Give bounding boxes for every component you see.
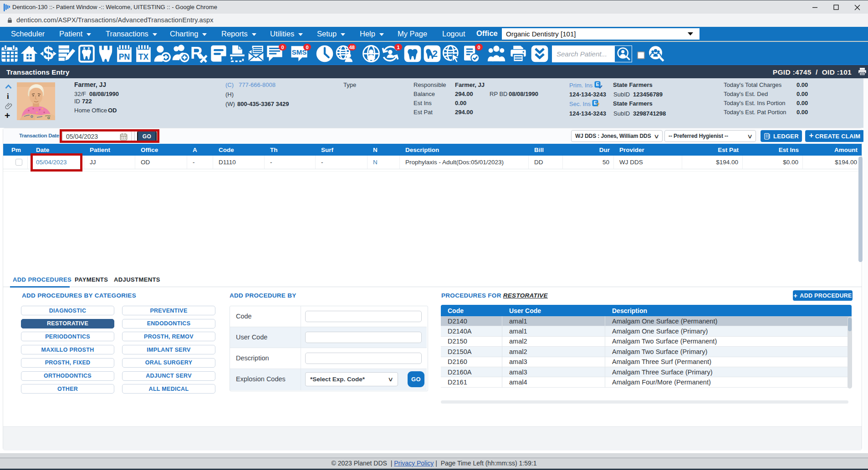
category-button-restorative[interactable]: RESTORATIVE <box>21 319 114 328</box>
user-code-input[interactable] <box>305 332 422 343</box>
category-button-periodontics[interactable]: PERIODONTICS <box>21 332 114 341</box>
category-button-endodontics[interactable]: ENDODONTICS <box>122 319 215 328</box>
print-icon[interactable] <box>509 45 527 63</box>
explosion-go-button[interactable]: GO <box>408 371 424 387</box>
procedure-row-d2160a[interactable]: D2160Aamal3Amalgam Three Surface (Primar… <box>441 367 852 377</box>
procedures-scrollbar[interactable] <box>848 317 852 389</box>
tab-payments[interactable]: PAYMENTS <box>75 276 108 283</box>
prescription-icon[interactable] <box>190 45 209 63</box>
description-input[interactable] <box>305 353 422 364</box>
category-button-implant-serv[interactable]: IMPLANT SERV <box>122 345 215 354</box>
code-input[interactable] <box>305 311 422 322</box>
sec-ins-eligibility-icon[interactable]: ? <box>592 100 599 107</box>
minimize-button[interactable] <box>805 0 826 14</box>
note-icon[interactable] <box>209 45 228 63</box>
category-button-preventive[interactable]: PREVENTIVE <box>122 306 215 315</box>
phone-cell-number[interactable]: 777-666-8008 <box>239 81 276 88</box>
patient-search-input[interactable] <box>552 46 615 62</box>
collapse-toolbar-icon[interactable] <box>531 45 549 63</box>
menu-item-scheduler[interactable]: Scheduler <box>11 27 45 41</box>
prim-ins-link[interactable]: Prim. Ins <box>569 82 592 89</box>
procedure-row-d2150a[interactable]: D2150Aamal2Amalgam Two Surface (Primary) <box>441 347 852 357</box>
sec-ins-link[interactable]: Sec. Ins <box>569 101 591 107</box>
progress-notes-icon[interactable] <box>115 45 133 63</box>
transactions-table-row[interactable]: 05/04/2023JJOD-D1110--NProphylaxis - Adu… <box>3 156 862 169</box>
payment-transfer-icon[interactable] <box>39 45 57 63</box>
time-clock-icon[interactable] <box>316 45 334 63</box>
family-icon[interactable] <box>487 45 505 63</box>
menu-item-reports[interactable]: Reports <box>221 27 256 41</box>
procedure-row-d2160[interactable]: D2160amal3Amalgam Three Surf (Permanent) <box>441 357 852 367</box>
procedure-row-d2140[interactable]: D2140amal1Amalgam One Surface (Permanent… <box>441 316 852 326</box>
tab-add-procedures[interactable]: ADD PROCEDURES <box>13 276 71 283</box>
prim-ins-eligibility-icon[interactable] <box>594 81 602 88</box>
online-profile-icon[interactable] <box>362 45 380 63</box>
category-button-oral-surgery[interactable]: ORAL SURGERY <box>122 358 215 368</box>
menu-item-transactions[interactable]: Transactions <box>106 27 157 41</box>
sms-icon[interactable]: 0 <box>290 45 308 63</box>
transactions-scrollbar-thumb[interactable] <box>858 157 863 262</box>
row-checkbox[interactable] <box>15 159 22 166</box>
menu-item-patient[interactable]: Patient <box>59 27 91 41</box>
hygienist-select[interactable]: -- Preferred Hygienist -- ∨ <box>664 130 756 142</box>
perio-chart-icon[interactable] <box>97 45 115 63</box>
browser-url-bar[interactable]: denticon.com/ASPX/Transactions/AdvancedT… <box>0 14 868 27</box>
maximize-button[interactable] <box>826 0 847 14</box>
treatment-plan-icon[interactable] <box>134 45 153 63</box>
category-button-adjunct-serv[interactable]: ADJUNCT SERV <box>122 371 215 381</box>
patient-sync-icon[interactable]: 1 <box>381 45 399 63</box>
mail-document-icon[interactable] <box>247 45 265 63</box>
menu-item-logout[interactable]: Logout <box>442 27 465 41</box>
web-click-icon[interactable] <box>442 45 460 63</box>
office-select[interactable]: Organic Dentistry [101] <box>502 28 700 40</box>
patient-photo[interactable] <box>17 82 55 120</box>
calendar-icon[interactable] <box>0 45 19 63</box>
search-all-offices-checkbox[interactable] <box>637 51 645 59</box>
tooth-secondary-icon[interactable] <box>423 45 441 63</box>
provider-select[interactable]: WJ DDS : Jones, William DDS ∨ <box>571 130 663 142</box>
web-patient-icon[interactable]: 48 <box>335 45 353 63</box>
category-button-maxillo-prosth[interactable]: MAXILLO PROSTH <box>21 345 114 354</box>
add-procedure-button[interactable]: + ADD PROCEDURE <box>793 290 853 301</box>
procedure-row-d2150[interactable]: D2150amal2Amalgam Two Surface (Permanent… <box>441 337 852 347</box>
menu-item-my-page[interactable]: My Page <box>398 27 427 41</box>
tooth-primary-icon[interactable] <box>403 45 422 63</box>
create-claim-button[interactable]: + CREATE CLAIM <box>805 130 864 142</box>
chart-edit-icon[interactable] <box>58 45 76 63</box>
category-button-prosth-fixed[interactable]: PROSTH, FIXED <box>21 358 114 368</box>
attachments-icon[interactable] <box>5 102 13 110</box>
patient-search-button[interactable] <box>615 46 632 62</box>
category-button-all-medical[interactable]: ALL MEDICAL <box>122 384 215 394</box>
category-button-diagnostic[interactable]: DIAGNOSTIC <box>21 306 114 315</box>
category-button-prosth-remov[interactable]: PROSTH, REMOV <box>122 332 215 341</box>
menu-item-charting[interactable]: Charting <box>170 27 207 41</box>
category-button-orthodontics[interactable]: ORTHODONTICS <box>21 371 114 381</box>
ledger-button[interactable]: LEDGER <box>761 130 802 142</box>
collapse-patient-icon[interactable] <box>5 84 12 89</box>
close-button[interactable] <box>847 0 868 14</box>
chat-icon[interactable]: 0 <box>266 45 284 63</box>
procedure-row-d2140a[interactable]: D2140Aamal1Amalgam One Surface (Primary) <box>441 326 852 336</box>
scan-document-icon[interactable] <box>228 45 246 63</box>
procedures-horizontal-scrollbar[interactable] <box>441 400 848 404</box>
procedures-scrollbar-thumb[interactable] <box>848 318 852 331</box>
privacy-policy-link[interactable]: Privacy Policy <box>394 460 434 467</box>
print-page-icon[interactable] <box>858 67 867 76</box>
tab-adjustments[interactable]: ADJUSTMENTS <box>114 276 160 283</box>
tooth-chart-icon[interactable] <box>77 45 96 63</box>
add-family-icon[interactable] <box>172 45 190 63</box>
add-patient-quick-icon[interactable]: + <box>5 110 10 121</box>
page-scrollbar[interactable] <box>863 78 868 450</box>
menu-item-setup[interactable]: Setup <box>317 27 345 41</box>
procedure-row-d2161[interactable]: D2161amal4Amalgam Four/More (Permanent) <box>441 377 852 387</box>
home-icon[interactable] <box>20 45 38 63</box>
menu-item-help[interactable]: Help <box>360 27 384 41</box>
transactions-scrollbar[interactable] <box>858 157 863 390</box>
patient-details-icon[interactable]: i <box>7 92 9 101</box>
explosion-codes-select[interactable]: *Select Exp. Code*∨ <box>305 372 398 386</box>
menu-item-utilities[interactable]: Utilities <box>270 27 303 41</box>
document-verify-icon[interactable]: 0 <box>462 45 480 63</box>
family-search-icon[interactable] <box>648 45 664 62</box>
category-button-other[interactable]: OTHER <box>21 384 114 394</box>
add-patient-icon[interactable] <box>153 45 171 63</box>
